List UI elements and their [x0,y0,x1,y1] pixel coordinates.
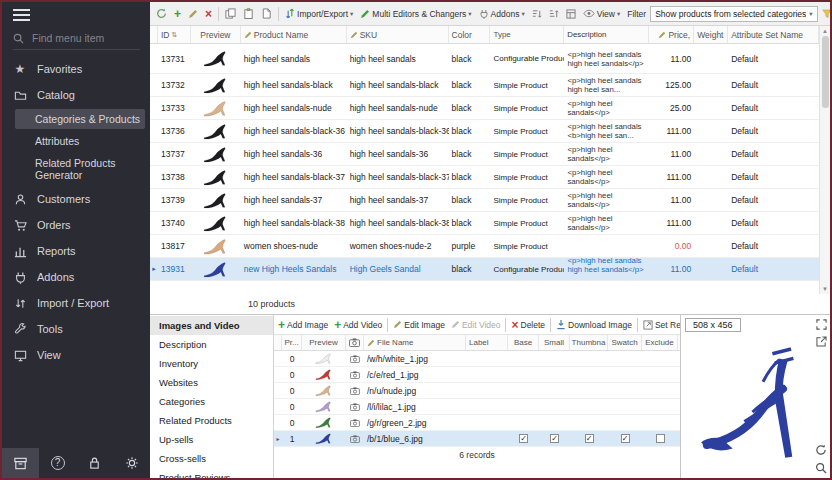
multi-editors-menu[interactable]: Multi Editors & Changers▾ [357,7,474,21]
header-id[interactable]: ID⇅ [158,26,191,43]
media-row[interactable]: 0 /g/r/green_2.jpg [274,415,680,431]
lock-button[interactable] [76,448,113,478]
sidebar-item-related-products-generator[interactable]: Related Products Generator [2,152,150,186]
row-expand-icon[interactable] [150,212,158,234]
paste-button[interactable] [240,6,257,21]
product-row[interactable]: 13737 high heel sandals-36 high heel san… [150,143,819,166]
header-attribute-set[interactable]: Attribute Set Name [728,26,819,43]
product-row[interactable]: 13738 high heel sandals-black-37 high he… [150,166,819,189]
sidebar-item-import-export[interactable]: Import / Export [2,290,150,316]
row-expand-icon[interactable] [150,44,158,73]
refresh-button[interactable] [153,6,170,21]
thumbnail-checkbox[interactable]: ✓ [585,434,594,443]
media-row[interactable]: 0 /c/e/red_1.jpg [274,367,680,383]
row-expand-icon[interactable] [150,74,158,96]
sidebar-item-favorites[interactable]: ★ Favorites [2,56,150,82]
tab-categories[interactable]: Categories [150,392,273,411]
edit-image-button[interactable]: Edit Image [390,318,448,332]
swatch-checkbox[interactable]: ✓ [621,434,630,443]
sidebar-item-customers[interactable]: Customers [2,186,150,212]
sidebar-item-tools[interactable]: Tools [2,316,150,342]
header-preview[interactable]: Preview [191,26,241,43]
sidebar-item-view[interactable]: View [2,342,150,368]
tab-images-and-video[interactable]: Images and Video [150,316,273,335]
product-row[interactable]: 13736 high heel sandals-black-36 high he… [150,120,819,143]
sort-ascending-button[interactable] [529,7,545,21]
edit-product-button[interactable] [185,7,201,21]
rotate-icon[interactable] [815,444,827,456]
add-image-button[interactable]: +Add Image [275,318,331,332]
tab-product-reviews[interactable]: Product Reviews [150,468,273,478]
store-archive-button[interactable] [2,448,39,478]
header-base[interactable]: Base [508,335,539,350]
header-weight[interactable]: Weight [694,26,728,43]
row-expand-icon[interactable] [150,143,158,165]
product-row[interactable]: 13731 high heel sandals high heel sandal… [150,44,819,74]
row-expand-icon[interactable]: ▸ [150,258,158,280]
media-row[interactable]: 0 /w/h/white_1.jpg [274,351,680,367]
set-resize-rule-button[interactable]: Set Resize Rule [640,318,680,332]
tab-inventory[interactable]: Inventory [150,354,273,373]
scroll-up-icon[interactable]: ▲ [822,26,828,36]
tab-up-sells[interactable]: Up-sells [150,430,273,449]
settings-button[interactable] [113,448,150,478]
delete-product-button[interactable]: × [202,7,215,21]
sidebar-item-addons[interactable]: Addons [2,264,150,290]
product-row-selected[interactable]: ▸ 13931 new High Heels Sandals High Geel… [150,258,819,281]
scrollbar-thumb[interactable] [822,36,829,108]
tab-description[interactable]: Description [150,335,273,354]
add-video-button[interactable]: +Add Video [331,318,385,332]
header-file-name[interactable]: File Name [364,335,466,350]
menu-search-input[interactable] [30,31,130,45]
row-expand-icon[interactable] [150,235,158,257]
vertical-scrollbar[interactable]: ▲ ▼ [819,26,830,294]
hamburger-menu-icon[interactable] [13,6,30,24]
view-menu[interactable]: View▾ [580,7,624,21]
product-row[interactable]: 13732 high heel sandals-black high heel … [150,74,819,97]
sidebar-item-orders[interactable]: Orders [2,212,150,238]
header-color[interactable]: Color [449,26,491,43]
import-export-menu[interactable]: Import/Export▾ [282,6,356,21]
header-exclude[interactable]: Exclude [642,335,678,350]
delete-image-button[interactable]: ×Delete [508,318,548,332]
header-description[interactable]: Description [564,26,649,43]
header-preview[interactable]: Preview [302,335,346,350]
small-checkbox[interactable]: ✓ [550,434,559,443]
scroll-down-icon[interactable]: ▼ [822,284,828,294]
sidebar-item-categories-products[interactable]: Categories & Products [15,109,145,129]
row-expand-icon[interactable] [150,166,158,188]
add-product-button[interactable]: + [171,7,184,21]
product-row[interactable]: 13739 high heel sandals-37 high heel san… [150,189,819,212]
base-checkbox[interactable]: ✓ [519,434,528,443]
addons-menu[interactable]: Addons▾ [476,7,528,21]
filters-menu[interactable]: Filters▾ [819,7,830,21]
image-size-field[interactable]: 508 x 456 [685,318,741,332]
copy-button[interactable] [222,6,239,21]
header-product-name[interactable]: Product Name [241,26,347,43]
header-camera[interactable] [346,335,364,350]
header-price[interactable]: Price, [649,26,694,43]
header-type[interactable]: Type [490,26,564,43]
media-row[interactable]: 0 /l/i/lilac_1.jpg [274,399,680,415]
product-row[interactable]: 13733 high heel sandals-nude high heel s… [150,97,819,120]
header-swatch[interactable]: Swatch [608,335,642,350]
sidebar-item-attributes[interactable]: Attributes [2,130,150,152]
open-external-icon[interactable] [816,336,827,347]
header-thumbnail[interactable]: Thumbna [570,335,608,350]
header-priority[interactable]: Pr... [282,335,302,350]
header-sku[interactable]: SKU [347,26,449,43]
group-columns-button[interactable] [563,7,579,21]
category-filter-select[interactable]: Show products from selected categories ▾ [650,6,817,22]
media-row[interactable]: 0 /n/u/nude.jpg [274,383,680,399]
zoom-icon[interactable] [815,462,827,474]
sort-descending-button[interactable] [546,7,562,21]
row-expand-icon[interactable] [150,120,158,142]
fullscreen-icon[interactable] [816,319,827,330]
header-image-label[interactable]: Label [466,335,508,350]
tab-cross-sells[interactable]: Cross-sells [150,449,273,468]
help-button[interactable]: ? [39,448,76,478]
download-image-button[interactable]: Download Image [553,317,635,332]
duplicate-button[interactable] [258,6,275,21]
sidebar-item-reports[interactable]: Reports [2,238,150,264]
row-expand-icon[interactable] [150,97,158,119]
